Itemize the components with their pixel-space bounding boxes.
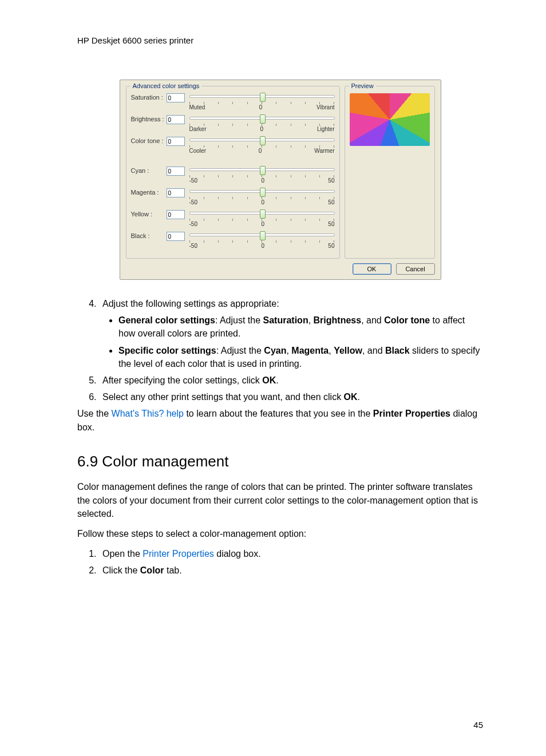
cm-step-1: Open the Printer Properties dialog box. bbox=[99, 547, 483, 560]
cm-step-2: Click the Color tab. bbox=[99, 564, 483, 577]
step-5: After specifying the color settings, cli… bbox=[99, 374, 483, 387]
text: Magenta bbox=[291, 346, 329, 355]
slider-mid-label: 0 bbox=[259, 148, 262, 154]
text: Saturation bbox=[263, 315, 308, 325]
slider-value-input[interactable] bbox=[167, 115, 185, 124]
slider-mid-label: 0 bbox=[259, 104, 263, 110]
advanced-color-settings-dialog: Advanced color settings Saturation :Mute… bbox=[120, 80, 441, 280]
text: Cyan bbox=[264, 346, 286, 355]
text: Click the bbox=[102, 565, 140, 575]
slider-mid-label: 0 bbox=[261, 243, 264, 249]
slider-thumb[interactable] bbox=[260, 166, 266, 175]
slider-min-label: Cooler bbox=[189, 148, 206, 154]
text: Color bbox=[140, 565, 164, 575]
text: Printer Properties bbox=[373, 409, 450, 418]
slider-label: Color tone : bbox=[131, 137, 167, 144]
text: After specifying the color settings, cli… bbox=[102, 375, 262, 385]
ok-button[interactable]: OK bbox=[353, 263, 391, 275]
text: . bbox=[358, 392, 360, 402]
text: , and bbox=[362, 346, 385, 355]
page-header: HP Deskjet 6600 series printer bbox=[77, 35, 483, 45]
slider-min-label: -50 bbox=[189, 221, 197, 227]
text: General color settings bbox=[118, 315, 215, 325]
text: Use the bbox=[77, 409, 112, 418]
slider-track[interactable] bbox=[189, 167, 335, 175]
step-4-text: Adjust the following settings as appropr… bbox=[102, 299, 279, 308]
step-4: Adjust the following settings as appropr… bbox=[99, 297, 483, 370]
slider-thumb[interactable] bbox=[260, 114, 266, 124]
slider-thumb[interactable] bbox=[260, 136, 266, 145]
preview-group: Preview bbox=[345, 86, 435, 259]
slider-thumb[interactable] bbox=[260, 209, 266, 219]
slider-min-label: -50 bbox=[189, 199, 197, 205]
advanced-color-settings-group: Advanced color settings Saturation :Mute… bbox=[126, 86, 340, 259]
cm-follow-paragraph: Follow these steps to select a color-man… bbox=[77, 527, 483, 540]
slider-value-input[interactable] bbox=[167, 210, 185, 219]
slider-value-input[interactable] bbox=[167, 232, 185, 241]
slider-max-label: Warmer bbox=[314, 148, 334, 154]
slider-track[interactable] bbox=[189, 188, 335, 196]
slider-label: Cyan : bbox=[131, 167, 167, 174]
text: Brightness bbox=[314, 315, 362, 325]
slider-min-label: -50 bbox=[189, 243, 197, 249]
slider-max-label: Lighter bbox=[317, 126, 335, 132]
text: Select any other print settings that you… bbox=[102, 392, 344, 402]
text: OK bbox=[262, 375, 276, 385]
group-legend: Advanced color settings bbox=[130, 82, 202, 89]
text: , and bbox=[361, 315, 384, 325]
bullet-general: General color settings: Adjust the Satur… bbox=[118, 314, 483, 340]
text: , bbox=[329, 346, 334, 355]
slider-label: Yellow : bbox=[131, 210, 167, 217]
whats-this-paragraph: Use the What's This? help to learn about… bbox=[77, 407, 483, 433]
general-slider-row: Saturation :Muted0Vibrant bbox=[131, 93, 335, 110]
text: : Adjust the bbox=[216, 346, 264, 355]
step-6: Select any other print settings that you… bbox=[99, 390, 483, 403]
slider-track[interactable] bbox=[189, 93, 335, 101]
slider-thumb[interactable] bbox=[260, 188, 266, 197]
cmyk-slider-row: Magenta :-50050 bbox=[131, 188, 335, 205]
slider-max-label: 50 bbox=[328, 221, 334, 227]
page-number: 45 bbox=[473, 720, 483, 730]
slider-min-label: Muted bbox=[189, 104, 205, 110]
slider-mid-label: 0 bbox=[261, 221, 264, 227]
cmyk-slider-row: Yellow :-50050 bbox=[131, 210, 335, 227]
general-slider-row: Brightness :Darker0Lighter bbox=[131, 115, 335, 132]
slider-track[interactable] bbox=[189, 210, 335, 218]
slider-thumb[interactable] bbox=[260, 93, 266, 102]
slider-label: Brightness : bbox=[131, 115, 167, 122]
slider-track[interactable] bbox=[189, 115, 335, 123]
slider-max-label: Vibrant bbox=[316, 104, 335, 110]
text: tab. bbox=[164, 565, 182, 575]
text: Yellow bbox=[334, 346, 362, 355]
slider-thumb[interactable] bbox=[260, 231, 266, 240]
cmyk-slider-row: Cyan :-50050 bbox=[131, 167, 335, 184]
slider-min-label: -50 bbox=[189, 177, 197, 184]
slider-value-input[interactable] bbox=[167, 137, 185, 146]
slider-track[interactable] bbox=[189, 232, 335, 240]
text: Black bbox=[385, 346, 410, 355]
cm-intro-paragraph: Color management defines the range of co… bbox=[77, 480, 483, 520]
preview-legend: Preview bbox=[349, 82, 376, 89]
slider-mid-label: 0 bbox=[260, 126, 263, 132]
slider-value-input[interactable] bbox=[167, 93, 185, 102]
text: OK bbox=[344, 392, 358, 402]
whats-this-help-link[interactable]: What's This? help bbox=[112, 409, 184, 418]
text: Open the bbox=[102, 549, 143, 559]
slider-mid-label: 0 bbox=[261, 177, 264, 184]
slider-value-input[interactable] bbox=[167, 188, 185, 197]
preview-image bbox=[350, 93, 430, 146]
cancel-button[interactable]: Cancel bbox=[396, 263, 435, 275]
slider-label: Black : bbox=[131, 232, 167, 239]
printer-properties-link[interactable]: Printer Properties bbox=[143, 549, 214, 559]
slider-mid-label: 0 bbox=[261, 199, 264, 205]
slider-value-input[interactable] bbox=[167, 167, 185, 176]
text: Color tone bbox=[384, 315, 430, 325]
slider-track[interactable] bbox=[189, 137, 335, 145]
text: , bbox=[286, 346, 291, 355]
text: , bbox=[308, 315, 314, 325]
bullet-specific: Specific color settings: Adjust the Cyan… bbox=[118, 344, 483, 370]
text: . bbox=[276, 375, 278, 385]
text: Specific color settings bbox=[118, 346, 216, 355]
section-heading: 6.9 Color management bbox=[77, 451, 483, 473]
slider-max-label: 50 bbox=[328, 243, 334, 249]
